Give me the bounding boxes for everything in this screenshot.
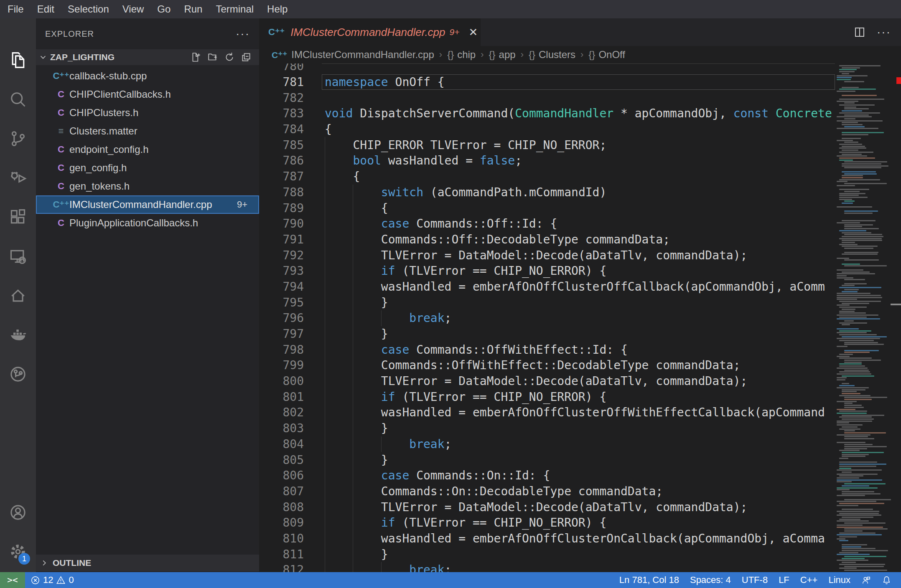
feedback-icon[interactable] [856, 572, 876, 588]
code-line-794[interactable]: 794 wasHandled = emberAfOnOffClusterOffC… [259, 279, 835, 295]
menu-item-view[interactable]: View [116, 0, 151, 18]
file-item-pluginapplicationcallbacks-h[interactable]: CPluginApplicationCallbacks.h [36, 214, 259, 232]
code-line-780[interactable]: 780 [259, 63, 835, 74]
file-item-gen-tokens-h[interactable]: Cgen_tokens.h [36, 177, 259, 195]
problems-status[interactable]: 12 0 [25, 572, 79, 588]
split-editor-icon[interactable] [853, 26, 866, 38]
menu-item-go[interactable]: Go [150, 0, 177, 18]
code-line-793[interactable]: 793 if (TLVError == CHIP_NO_ERROR) { [259, 263, 835, 279]
code-line-803[interactable]: 803 } [259, 421, 835, 436]
code-line-795[interactable]: 795 } [259, 294, 835, 310]
code-line-805[interactable]: 805 } [259, 452, 835, 468]
code-line-804[interactable]: 804 break; [259, 436, 835, 452]
code-line-810[interactable]: 810 wasHandled = emberAfOnOffClusterOnCa… [259, 531, 835, 547]
activity-bar-item-source-control[interactable] [0, 119, 36, 158]
activity-bar-item-docker[interactable] [0, 315, 36, 355]
eol-status[interactable]: LF [773, 572, 795, 588]
file-item-chipclusters-h[interactable]: CCHIPClusters.h [36, 104, 259, 122]
code-line-783[interactable]: 783void DispatchServerCommand(CommandHan… [259, 106, 835, 122]
new-file-icon[interactable] [191, 52, 201, 63]
remote-indicator[interactable]: >< [0, 572, 25, 588]
activity-bar-item-search[interactable] [0, 80, 36, 119]
code-line-806[interactable]: 806 case Commands::On::Id: { [259, 468, 835, 484]
indent-guide [353, 436, 353, 452]
indent-guide [353, 216, 353, 232]
overview-ruler[interactable] [892, 63, 901, 572]
code-line-812[interactable]: 812 break; [259, 562, 835, 572]
breadcrumb-item-imclustercommandhandler-cpp[interactable]: C⁺⁺IMClusterCommandHandler.cpp [272, 49, 434, 61]
menu-item-run[interactable]: Run [177, 0, 209, 18]
code-line-789[interactable]: 789 { [259, 200, 835, 216]
notifications-bell-icon[interactable] [876, 572, 897, 588]
code-editor[interactable]: 780781namespace OnOff {782783void Dispat… [259, 63, 901, 572]
refresh-icon[interactable] [224, 52, 235, 63]
language-mode[interactable]: C++ [795, 572, 823, 588]
activity-bar-item-home[interactable] [0, 276, 36, 315]
activity-bar-item-extensions[interactable] [0, 198, 36, 237]
activity-bar-item-run-debug[interactable] [0, 158, 36, 198]
more-actions-icon[interactable]: ··· [877, 25, 891, 39]
code-line-781[interactable]: 781namespace OnOff { [259, 74, 835, 90]
tab-imclustercommandhandler[interactable]: C⁺⁺ IMClusterCommandHandler.cpp 9+ ✕ [259, 18, 481, 46]
line-number: 795 [259, 296, 304, 309]
code-line-785[interactable]: 785 CHIP_ERROR TLVError = CHIP_NO_ERROR; [259, 137, 835, 153]
code-line-797[interactable]: 797 } [259, 326, 835, 342]
activity-bar-item-settings[interactable]: 1 [0, 532, 36, 571]
code-line-788[interactable]: 788 switch (aCommandPath.mCommandId) [259, 185, 835, 200]
menu-item-help[interactable]: Help [260, 0, 294, 18]
folder-section-header[interactable]: ZAP_LIGHTING [36, 49, 259, 65]
activity-bar-item-circle-branch[interactable] [0, 355, 36, 394]
new-folder-icon[interactable] [207, 52, 218, 63]
code-line-796[interactable]: 796 break; [259, 310, 835, 326]
cursor-position[interactable]: Ln 781, Col 18 [614, 572, 685, 588]
remote-os[interactable]: Linux [823, 572, 856, 588]
file-item-chipclientcallbacks-h[interactable]: CCHIPClientCallbacks.h [36, 85, 259, 104]
code-line-800[interactable]: 800 TLVError = DataModel::Decode(aDataTl… [259, 373, 835, 389]
ruler-marker [891, 304, 901, 305]
indent-guide [325, 216, 325, 232]
menu-item-terminal[interactable]: Terminal [209, 0, 260, 18]
activity-bar-item-files[interactable] [0, 41, 36, 80]
menu-item-file[interactable]: File [1, 0, 31, 18]
code-line-782[interactable]: 782 [259, 90, 835, 106]
code-line-807[interactable]: 807 Commands::On::DecodableType commandD… [259, 484, 835, 499]
file-item-gen-config-h[interactable]: Cgen_config.h [36, 159, 259, 177]
collapse-all-icon[interactable] [241, 52, 252, 63]
code-line-811[interactable]: 811 } [259, 546, 835, 562]
code-line-809[interactable]: 809 if (TLVError == CHIP_NO_ERROR) { [259, 515, 835, 531]
close-tab-icon[interactable]: ✕ [468, 26, 478, 39]
outline-section-header[interactable]: OUTLINE [36, 555, 259, 571]
indent-guide [353, 185, 353, 200]
file-item-clusters-matter[interactable]: ≡Clusters.matter [36, 122, 259, 140]
code-line-791[interactable]: 791 Commands::Off::DecodableType command… [259, 232, 835, 248]
indent-guide [353, 342, 353, 357]
code-line-802[interactable]: 802 wasHandled = emberAfOnOffClusterOffW… [259, 405, 835, 421]
code-line-786[interactable]: 786 bool wasHandled = false; [259, 153, 835, 169]
code-line-798[interactable]: 798 case Commands::OffWithEffect::Id: { [259, 342, 835, 357]
code-line-787[interactable]: 787 { [259, 169, 835, 185]
indent-guide [353, 294, 353, 310]
remote-explorer-icon [9, 247, 27, 266]
menu-item-edit[interactable]: Edit [31, 0, 61, 18]
code-line-808[interactable]: 808 TLVError = DataModel::Decode(aDataTl… [259, 499, 835, 515]
code-line-801[interactable]: 801 if (TLVError == CHIP_NO_ERROR) { [259, 389, 835, 405]
indent-guide [353, 562, 353, 572]
activity-bar-item-remote-explorer[interactable] [0, 237, 36, 276]
code-line-784[interactable]: 784{ [259, 122, 835, 137]
code-line-792[interactable]: 792 TLVError = DataModel::Decode(aDataTl… [259, 247, 835, 263]
breadcrumb-item-onoff[interactable]: {}OnOff [588, 49, 625, 61]
file-item-imclustercommandhandler-cpp[interactable]: C⁺⁺IMClusterCommandHandler.cpp9+ [36, 195, 259, 214]
file-item-endpoint-config-h[interactable]: Cendpoint_config.h [36, 140, 259, 159]
code-line-799[interactable]: 799 Commands::OffWithEffect::DecodableTy… [259, 357, 835, 373]
code-line-790[interactable]: 790 case Commands::Off::Id: { [259, 216, 835, 232]
indentation-status[interactable]: Spaces: 4 [685, 572, 736, 588]
encoding-status[interactable]: UTF-8 [736, 572, 773, 588]
file-item-callback-stub-cpp[interactable]: C⁺⁺callback-stub.cpp [36, 67, 259, 85]
views-and-more-actions-button[interactable]: ··· [236, 27, 250, 41]
breadcrumb-item-app[interactable]: {}app [489, 49, 516, 61]
minimap[interactable] [835, 63, 892, 572]
breadcrumb-item-clusters[interactable]: {}Clusters [529, 49, 575, 61]
menu-item-selection[interactable]: Selection [61, 0, 116, 18]
activity-bar-item-accounts[interactable] [0, 493, 36, 532]
breadcrumb-item-chip[interactable]: {}chip [447, 49, 476, 61]
